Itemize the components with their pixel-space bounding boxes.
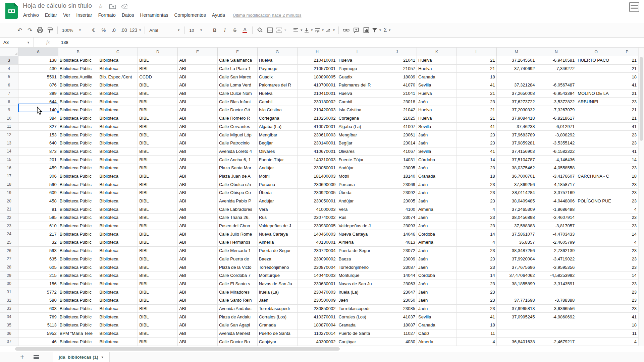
cell-F33[interactable]: Avenida Andaluc (218, 305, 258, 313)
cell-K35[interactable]: Granada (417, 321, 457, 329)
cell-J17[interactable]: 18140 (377, 172, 417, 181)
cell-O27[interactable] (576, 255, 616, 263)
cell-O35[interactable] (576, 321, 616, 329)
insert-chart-button[interactable] (362, 25, 371, 35)
currency-format-button[interactable]: € (89, 25, 98, 35)
cell-M17[interactable]: 36,7000701 (497, 172, 537, 181)
menu-ayuda[interactable]: Ayuda (209, 11, 228, 19)
cell-E8[interactable]: ABI (178, 98, 218, 106)
cell-P6[interactable]: 41 (616, 81, 638, 89)
cell-E31[interactable]: ABI (178, 288, 218, 296)
cell-J24[interactable]: 14046 (377, 230, 417, 238)
cell-B21[interactable]: Biblioteca Públic (58, 205, 98, 214)
cell-G26[interactable]: Puerta de Segur (258, 247, 298, 255)
cell-K11[interactable]: Sevilla (417, 123, 457, 131)
cell-J12[interactable]: 23061 (377, 131, 417, 139)
cell-K29[interactable]: Córdoba (417, 272, 457, 280)
cell-B24[interactable]: Biblioteca Públic (58, 230, 98, 238)
cell-F25[interactable]: Calle Hermanos (218, 238, 258, 247)
cell-H6[interactable]: 410700001 (298, 81, 337, 89)
cell-O13[interactable] (576, 139, 616, 147)
cell-E36[interactable]: ABI (178, 329, 218, 338)
cell-H35[interactable]: 180870004 (298, 321, 337, 329)
cell-I30[interactable]: Navas de San Ju (337, 280, 377, 288)
column-header-K[interactable]: K (417, 48, 457, 56)
cell-P4[interactable]: 21 (616, 65, 638, 73)
cell-B19[interactable]: Biblioteca Públic (58, 189, 98, 197)
cell-K26[interactable]: Jaén (417, 247, 457, 255)
cell-L27[interactable]: 23 (457, 255, 497, 263)
cell-B33[interactable]: Biblioteca Públic (58, 305, 98, 313)
cell-A31[interactable]: 5772 (18, 288, 58, 296)
cloud-saved-icon[interactable] (121, 3, 128, 10)
column-header-D[interactable]: D (138, 48, 178, 56)
cell-M10[interactable]: 37,9084418 (497, 114, 537, 123)
cell-K34[interactable]: Sevilla (417, 313, 457, 321)
cell-E33[interactable]: ABI (178, 305, 218, 313)
cell-M15[interactable]: 37,5104787 (497, 156, 537, 164)
cell-O28[interactable] (576, 263, 616, 272)
filter-button[interactable]: ▼ (372, 25, 382, 35)
cell-M16[interactable]: 38,0375462 (497, 164, 537, 172)
cell-K24[interactable]: Córdoba (417, 230, 457, 238)
sheets-logo-icon[interactable] (5, 3, 18, 19)
cell-C35[interactable]: Biblioteca (98, 321, 138, 329)
cell-E5[interactable]: ABI (178, 73, 218, 81)
cell-A7[interactable]: 399 (18, 89, 58, 98)
cell-E19[interactable]: ABI (178, 189, 218, 197)
cell-G14[interactable]: Olivares (258, 147, 298, 156)
vertical-align-button[interactable]: ▼ (304, 25, 313, 35)
cell-F30[interactable]: Calle El Santo s (218, 280, 258, 288)
cell-F28[interactable]: Plaza de la Victo (218, 263, 258, 272)
cell-K21[interactable]: Almería (417, 205, 457, 214)
cell-C34[interactable]: Biblioteca (98, 313, 138, 321)
cell-I6[interactable]: Palomares del R (337, 81, 377, 89)
cell-G22[interactable]: Rus (258, 214, 298, 222)
menu-editar[interactable]: Editar (42, 11, 60, 19)
cell-A35[interactable]: 5113 (18, 321, 58, 329)
column-header-J[interactable]: J (377, 48, 417, 56)
cell-F22[interactable]: Calle Triana 26, (218, 214, 258, 222)
cell-D11[interactable]: BIBL (138, 123, 178, 131)
cell-G37[interactable]: Canjáyar (258, 338, 298, 346)
menu-archivo[interactable]: Archivo (20, 11, 42, 19)
cell-B25[interactable]: Biblioteca Públic (58, 238, 98, 247)
cell-H13[interactable]: 230140001 (298, 139, 337, 147)
cell-F19[interactable]: Calle Obispo Co (218, 189, 258, 197)
cell-N22[interactable]: -3,4607914 (536, 214, 576, 222)
cell-J15[interactable]: 14031 (377, 156, 417, 164)
cell-K3[interactable]: Huelva (417, 56, 457, 65)
cell-P37[interactable]: 4 (616, 338, 638, 346)
add-sheet-button[interactable]: + (17, 353, 27, 361)
cell-N25[interactable]: -2,4605799 (536, 238, 576, 247)
cell-D34[interactable]: BIBL (138, 313, 178, 321)
cell-M18[interactable]: 37,869256 (497, 180, 537, 189)
cell-D20[interactable]: BIBL (138, 197, 178, 205)
cell-L35[interactable]: 18 (457, 321, 497, 329)
cell-C33[interactable]: Biblioteca (98, 305, 138, 313)
cell-G18[interactable]: Porcuna (258, 180, 298, 189)
cell-J14[interactable]: 41067 (377, 147, 417, 156)
cell-B11[interactable]: Biblioteca Públic (58, 123, 98, 131)
cell-M14[interactable]: 37,4156903 (497, 147, 537, 156)
menu-ver[interactable]: Ver (60, 11, 73, 19)
cell-H3[interactable]: 210410001 (298, 56, 337, 65)
cell-G16[interactable]: Andújar (258, 164, 298, 172)
cell-I23[interactable]: Valdepeñas de J (337, 222, 377, 230)
menu-insertar[interactable]: Insertar (73, 11, 95, 19)
cell-O31[interactable] (576, 288, 616, 296)
cell-I36[interactable]: Puerto de Santa (337, 329, 377, 338)
cell-P30[interactable]: 23 (616, 280, 638, 288)
cell-I10[interactable]: Cortegana (337, 114, 377, 123)
cell-I21[interactable]: Vera (337, 205, 377, 214)
cell-M37[interactable]: 36,8401638 (497, 338, 537, 346)
row-header-14[interactable]: 14 (0, 147, 18, 156)
cell-E20[interactable]: ABI (178, 197, 218, 205)
cell-O12[interactable] (576, 131, 616, 139)
cell-M26[interactable]: 38,3487256 (497, 247, 537, 255)
cell-J21[interactable]: 4100 (377, 205, 417, 214)
cell-K25[interactable]: Almería (417, 238, 457, 247)
cell-K19[interactable]: Jaén (417, 189, 457, 197)
cell-D5[interactable]: CCDD (138, 73, 178, 81)
column-header-H[interactable]: H (298, 48, 337, 56)
